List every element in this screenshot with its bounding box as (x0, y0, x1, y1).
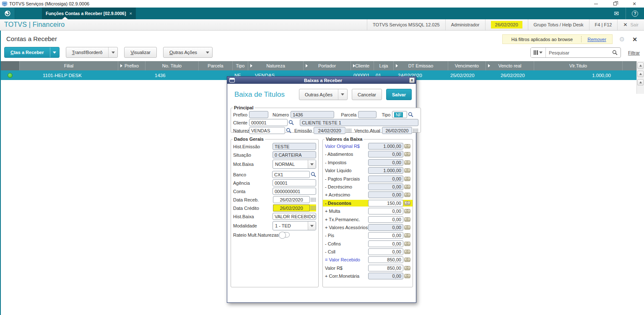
tab-funcoes-contas-a-receber[interactable]: Funções Contas a Receber [02.9.0006] × (42, 8, 136, 19)
emissao-calendar-icon[interactable] (346, 128, 352, 133)
grid-header-cliente[interactable]: Cliente (351, 61, 374, 70)
search-icon[interactable] (612, 50, 618, 55)
transf-bordero-button[interactable]: Transf/Borderô (66, 47, 118, 58)
chevron-down-icon (53, 52, 56, 54)
prefixo-field[interactable] (249, 111, 268, 118)
descontos-field[interactable]: 150,00 (368, 200, 403, 207)
salvar-button[interactable]: Salvar (386, 89, 412, 100)
scroll-up-button[interactable] (637, 79, 644, 85)
valores-acessorios-field[interactable]: 0,00 (368, 224, 403, 231)
outras-acoes-button[interactable]: Outras Ações (163, 47, 213, 58)
corr-monetaria-field[interactable]: 0,00 (368, 273, 403, 279)
hist-baixa-field[interactable]: VALOR RECEBIDO S/ T (273, 213, 316, 220)
abatimentos-field[interactable]: 0,00 (368, 151, 403, 158)
mail-icon[interactable]: ✉ (607, 10, 626, 17)
decrescimo-field[interactable]: 0,00 (368, 183, 403, 190)
banco-lookup-icon[interactable] (311, 172, 316, 177)
numero-field[interactable]: 1436 (291, 111, 334, 118)
pagtos-parciais-field[interactable]: 0,00 (368, 176, 403, 182)
situacao-field[interactable]: 0 CARTEIRA (273, 151, 316, 158)
help-icon[interactable]: ? (632, 10, 638, 17)
pis-field[interactable]: 0,00 (368, 232, 403, 239)
modalidade-select[interactable]: 1 - TED (273, 221, 316, 230)
dialog-titlebar[interactable]: Baixas a Receber x (227, 77, 416, 84)
cofins-field[interactable]: 0,00 (368, 240, 403, 247)
grid-header-no-titulo[interactable]: No. Titulo (145, 61, 199, 70)
cliente-field[interactable]: 000001 (249, 119, 288, 126)
remove-filter-link[interactable]: Remover (582, 37, 612, 42)
banco-field[interactable]: CX1 (272, 171, 310, 178)
data-receb-field[interactable]: 26/02/2020 (273, 196, 310, 203)
parcela-field[interactable] (358, 111, 377, 118)
valor-rs-field[interactable]: 850,00 (368, 265, 403, 271)
grid-header-parcela[interactable]: Parcela (199, 61, 233, 70)
search-input[interactable] (546, 50, 612, 55)
menu-button[interactable] (0, 8, 15, 19)
dialog-close-button[interactable]: x (409, 77, 415, 83)
grid-header-vlr-titulo[interactable]: Vlr.Titulo (534, 61, 623, 70)
valor-original-field[interactable]: 1.000,00 (368, 143, 403, 150)
row-vencimento: 25/02/2020 (448, 73, 486, 78)
impostos-field[interactable]: 0,00 (368, 159, 403, 166)
tipo-lookup-icon[interactable] (408, 112, 413, 117)
grid-header-prefixo[interactable]: Prefixo (118, 61, 145, 70)
cliente-label: Cliente (233, 120, 249, 125)
acrescimo-field[interactable]: 0,00 (368, 191, 403, 198)
transf-dropdown-arrow[interactable] (108, 47, 117, 57)
dialog-outras-acoes-button[interactable]: Outras Ações (299, 89, 348, 100)
search-columns-selector[interactable] (531, 48, 546, 57)
vencto-calendar-icon[interactable] (413, 128, 418, 133)
scroll-up-button[interactable] (637, 62, 644, 69)
ctas-a-receber-button[interactable]: Ctas a Receber (4, 47, 60, 58)
data-receb-calendar-icon[interactable] (311, 197, 316, 202)
valor-recebido-field[interactable]: 850,00 (368, 256, 403, 263)
natureza-lookup-icon[interactable] (286, 128, 291, 133)
gear-icon[interactable]: ⚙ (619, 36, 625, 43)
grid-header-status[interactable] (1, 61, 20, 70)
mot-baixa-select[interactable]: NORMAL (273, 160, 316, 169)
rateio-toggle[interactable] (279, 232, 290, 238)
visualizar-button[interactable]: Visualizar (124, 47, 157, 58)
tab-close-icon[interactable]: × (129, 11, 132, 16)
cancelar-button[interactable]: Cancelar (352, 89, 382, 100)
dialog-outras-dropdown-arrow[interactable] (338, 89, 347, 100)
csll-field[interactable]: 0,00 (368, 248, 403, 255)
restore-button[interactable] (605, 0, 625, 8)
grid-header-natureza[interactable]: Natureza (248, 61, 304, 70)
tipo-field[interactable]: NF (392, 111, 407, 118)
valor-recebido-link[interactable]: = Valor Recebido (325, 257, 368, 262)
conta-field[interactable]: 0000000001 (273, 188, 316, 195)
multa-field[interactable]: 0,00 (368, 208, 403, 214)
emissao-field[interactable]: 24/02/2020 (314, 127, 345, 134)
valor-original-link[interactable]: Valor Original R$ (325, 144, 368, 149)
valor-liquido-field[interactable]: 1.000,00 (368, 167, 403, 174)
exit-control[interactable]: ✕Sair (617, 19, 644, 30)
company-branch-label[interactable]: Grupo Totvs / Help Desk (528, 19, 589, 30)
grid-vertical-scrollbar[interactable] (636, 61, 644, 94)
grid-header-vencimento[interactable]: Vencimento (448, 61, 486, 70)
tx-permanenc-field[interactable]: 0,00 (368, 216, 403, 223)
data-credito-calendar-icon[interactable] (311, 206, 316, 211)
cliente-lookup-icon[interactable] (288, 120, 294, 125)
hist-emissao-field[interactable]: TESTE (273, 143, 316, 150)
agencia-field[interactable]: 00001 (273, 179, 316, 186)
vencto-atual-field[interactable]: 26/02/2020 (382, 127, 412, 134)
scroll-up-button[interactable] (637, 71, 644, 77)
data-credito-field[interactable]: 26/02/2020 (273, 204, 310, 212)
outras-dropdown-arrow[interactable] (203, 47, 212, 57)
close-window-button[interactable]: ✕ (625, 0, 644, 8)
ctas-dropdown-arrow[interactable] (50, 47, 59, 57)
grid-header-filial[interactable]: Filial (20, 61, 118, 70)
grid-header-tipo[interactable]: Tipo (233, 61, 248, 70)
close-browse-icon[interactable]: ✕ (632, 36, 637, 43)
minimize-button[interactable] (586, 0, 605, 8)
grid-header-portador[interactable]: Portador (304, 61, 351, 70)
grid-header-vencto-real[interactable]: Vencto real (486, 61, 534, 70)
grid-header-loja[interactable]: Loja (374, 61, 394, 70)
grid-header-dt-emissao[interactable]: DT Emissao (394, 61, 448, 70)
mot-baixa-dropdown-arrow[interactable] (308, 160, 316, 168)
modalidade-dropdown-arrow[interactable] (308, 222, 316, 230)
salvar-label: Salvar (387, 92, 411, 97)
natureza-field[interactable]: VENDAS (249, 127, 285, 134)
filter-link[interactable]: Filtrar (628, 50, 640, 55)
